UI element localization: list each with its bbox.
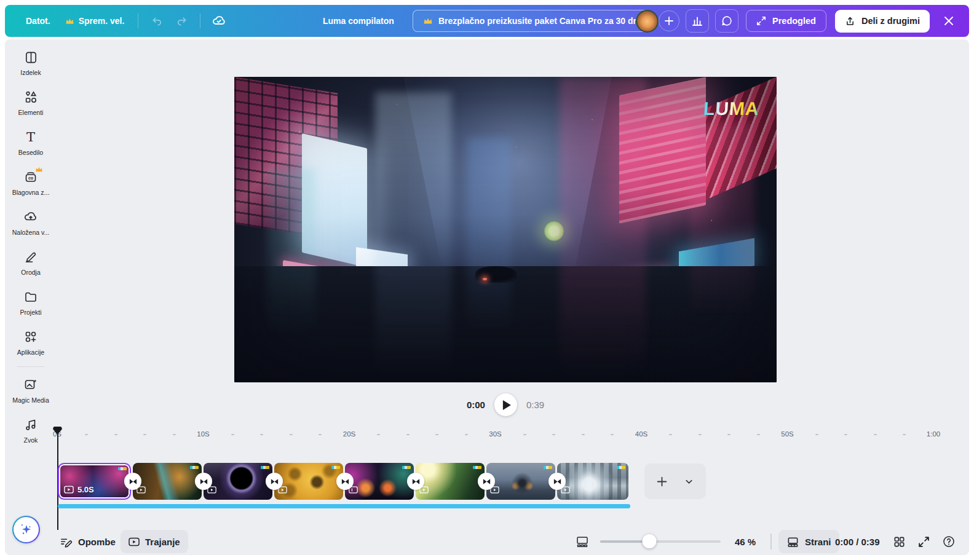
expand-icon [756,16,766,26]
share-label: Deli z drugimi [861,16,920,26]
expand-icon [918,536,930,548]
fit-timeline-button[interactable] [576,530,589,553]
add-clip-options-button[interactable] [679,471,699,491]
sidebar-item-label: Besedilo [18,149,43,156]
divider [200,14,200,28]
timeline-zoom-slider[interactable] [600,540,721,543]
insights-button[interactable] [686,9,709,33]
sidebar-divider [17,366,44,367]
canva-video-editor: Datot. Sprem. vel. Luma compilaton Brezp… [0,0,974,560]
sidebar-item-magic-media[interactable]: Magic Media [5,371,57,411]
text-icon: T [23,130,38,144]
add-clip-button[interactable] [652,471,671,491]
top-bar: Datot. Sprem. vel. Luma compilaton Brezp… [5,5,969,37]
sidebar: Izdelek Elementi T Besedilo co Blagovna … [5,43,57,555]
video-clip-icon [129,537,140,546]
transition-button[interactable] [124,473,141,490]
transition-button[interactable] [195,473,212,490]
slider-thumb[interactable] [643,534,657,548]
pages-label: Strani [805,537,831,547]
pages-icon [786,535,799,548]
brand-icon: co [23,170,38,184]
comments-icon [721,15,733,27]
current-time: 0:00 [467,400,485,410]
document-title[interactable]: Luma compilaton [323,16,394,26]
redo-button[interactable] [170,10,192,32]
close-icon [943,15,955,27]
comments-button[interactable] [715,9,738,33]
add-member-icon [663,15,675,26]
notes-icon [60,535,73,548]
sidebar-item-design[interactable]: Izdelek [5,43,57,83]
undo-button[interactable] [146,10,168,32]
preview-button[interactable]: Predogled [746,10,826,32]
projects-icon [23,290,38,304]
fullscreen-button[interactable] [918,530,930,553]
sidebar-item-text[interactable]: T Besedilo [5,123,57,163]
avatar[interactable] [636,10,659,33]
sidebar-item-brand[interactable]: co Blagovna z... [5,163,57,203]
duration-tab[interactable]: Trajanje [121,530,188,553]
insights-icon [691,15,703,27]
sparkle-icon [18,522,34,538]
canva-assistant-button[interactable] [12,516,40,543]
grid-view-button[interactable] [893,530,906,553]
timeline-clip-honeycomb[interactable] [274,463,343,500]
sidebar-item-label: Orodja [21,269,41,276]
sidebar-item-apps[interactable]: Aplikacije [5,323,57,363]
transition-icon [341,477,350,486]
transition-button[interactable] [336,473,354,490]
video-canvas[interactable]: LUMA [234,77,777,382]
timeline-clip-neon-city[interactable]: 5.0S [58,463,131,500]
chevron-down-icon [684,477,694,486]
play-button[interactable] [494,393,517,416]
redo-icon [175,15,188,28]
timeline-clip-jet[interactable] [486,463,555,500]
save-status-button[interactable] [208,10,230,32]
share-button[interactable]: Deli z drugimi [835,10,930,33]
crown-icon [423,16,433,26]
sidebar-item-label: Blagovna z... [12,189,50,196]
magic-media-icon [23,377,38,392]
resize-menu[interactable]: Sprem. vel. [59,11,131,31]
timeline-clip-wave[interactable] [557,463,628,500]
transition-button[interactable] [407,473,424,490]
help-button[interactable] [942,530,956,553]
sidebar-item-tools[interactable]: Orodja [5,243,57,283]
fit-view-icon [576,535,589,548]
transition-icon [270,477,279,486]
sidebar-item-projects[interactable]: Projekti [5,283,57,323]
audio-icon [23,417,38,432]
transition-button[interactable] [548,473,566,490]
time-status: 0:00 / 0:39 [835,530,880,553]
audio-track-strip[interactable] [58,504,630,508]
close-button[interactable] [937,9,960,33]
transition-icon [129,477,138,486]
pages-toggle[interactable]: Strani [778,530,839,553]
svg-text:co: co [28,176,33,180]
transition-icon [411,477,421,486]
preview-label: Predogled [772,16,816,26]
transition-button[interactable] [266,473,283,490]
file-menu[interactable]: Datot. [20,11,57,31]
add-member-button[interactable] [659,10,679,31]
sidebar-item-elements[interactable]: Elementi [5,83,57,123]
divider [770,534,772,550]
timeline-clip-dragonfly[interactable] [133,463,202,500]
clip-duration-label: 5.0S [77,485,94,494]
transport-controls: 0:00 0:39 [467,393,544,416]
transition-button[interactable] [478,473,495,490]
zoom-level: 46 % [735,530,756,553]
timeline-clip-black-hole[interactable] [204,463,272,500]
sidebar-item-label: Izdelek [20,69,41,76]
timeline-clip-neon-cars[interactable] [345,463,414,500]
zoom-level-label: 46 % [735,537,756,547]
sidebar-item-audio[interactable]: Zvok [5,411,57,451]
timeline-clip-forest[interactable] [416,463,485,500]
luma-watermark: LUMA [703,98,760,119]
divider [138,14,138,28]
notes-button[interactable]: Opombe [60,530,116,553]
sidebar-item-uploads[interactable]: Naložena v... [5,203,57,243]
sidebar-item-label: Zvok [24,436,38,444]
canva-pro-trial-button[interactable]: Brezplačno preizkusite paket Canva Pro z… [413,10,651,32]
